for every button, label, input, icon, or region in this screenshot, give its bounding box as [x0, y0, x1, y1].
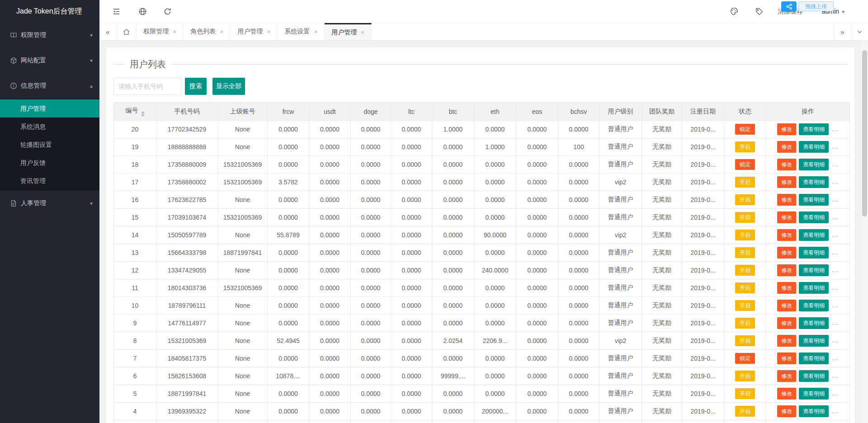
search-button[interactable]: 搜索: [185, 78, 207, 95]
status-badge[interactable]: 开启: [735, 265, 755, 276]
edit-button[interactable]: 修改: [777, 229, 796, 241]
status-badge[interactable]: 开启: [735, 388, 755, 399]
tab[interactable]: 用户管理 ×: [325, 23, 372, 40]
view-detail-button[interactable]: 查看明细: [799, 405, 829, 417]
view-detail-button[interactable]: 查看明细: [799, 159, 829, 170]
sidebar-subitem[interactable]: 用户反馈: [0, 154, 99, 172]
sidebar-item[interactable]: 网站配置 ▾: [0, 48, 99, 73]
close-icon[interactable]: ×: [173, 28, 176, 35]
theme-palette-icon[interactable]: [725, 0, 743, 23]
view-detail-button[interactable]: 查看明细: [799, 194, 829, 206]
column-header: 操作: [766, 103, 850, 121]
cell-eos: 0.0000: [516, 174, 558, 191]
globe-icon[interactable]: [133, 0, 151, 23]
close-icon[interactable]: ×: [361, 29, 364, 36]
edit-button[interactable]: 修改: [777, 247, 796, 258]
column-header: ltc: [391, 103, 432, 121]
sidebar-subitem[interactable]: 用户管理: [0, 99, 99, 118]
edit-button[interactable]: 修改: [777, 405, 796, 417]
status-badge[interactable]: 开启: [735, 335, 755, 346]
cell-level: 普通用户: [599, 262, 642, 279]
status-badge[interactable]: 开启: [735, 318, 755, 329]
edit-button[interactable]: 修改: [777, 388, 796, 400]
close-icon[interactable]: ×: [267, 28, 270, 35]
sort-icon[interactable]: [141, 111, 145, 117]
page-scrollbar[interactable]: [861, 41, 868, 423]
tab[interactable]: 角色列表 ×: [184, 23, 231, 40]
more-actions: ...: [832, 407, 839, 414]
tag-icon[interactable]: [750, 0, 768, 23]
cell-reward: 无奖励: [642, 297, 682, 315]
edit-button[interactable]: 修改: [777, 352, 796, 364]
edit-button[interactable]: 修改: [777, 176, 796, 188]
tab[interactable]: 系统设置 ×: [278, 23, 325, 40]
view-detail-button[interactable]: 查看明细: [799, 229, 829, 241]
show-all-button[interactable]: 显示全部: [212, 78, 245, 95]
view-detail-button[interactable]: 查看明细: [799, 300, 829, 311]
status-badge[interactable]: 开启: [735, 406, 755, 417]
refresh-icon[interactable]: [158, 0, 176, 23]
view-detail-button[interactable]: 查看明细: [799, 141, 829, 153]
status-badge[interactable]: 开启: [735, 247, 755, 258]
sidebar-item[interactable]: 人事管理 ▾: [0, 191, 99, 216]
cell-phone: 15050597789: [156, 226, 218, 244]
view-detail-button[interactable]: 查看明细: [799, 264, 829, 276]
status-badge[interactable]: 开启: [735, 177, 755, 188]
cell-doge: 0.0000: [351, 385, 391, 403]
cell-id: 4: [114, 403, 156, 420]
view-detail-button[interactable]: 查看明细: [799, 317, 829, 329]
close-icon[interactable]: ×: [314, 28, 317, 35]
status-badge[interactable]: 开启: [735, 300, 755, 311]
edit-button[interactable]: 修改: [777, 317, 796, 329]
edit-button[interactable]: 修改: [777, 141, 796, 153]
status-badge[interactable]: 锁定: [735, 159, 755, 170]
edit-button[interactable]: 修改: [777, 300, 796, 311]
phone-search-input[interactable]: [113, 78, 181, 95]
cell-level: 普通用户: [599, 244, 642, 262]
edit-button[interactable]: 修改: [777, 370, 796, 382]
edit-button[interactable]: 修改: [777, 264, 796, 276]
view-detail-button[interactable]: 查看明细: [799, 370, 829, 382]
edit-button[interactable]: 修改: [777, 212, 796, 223]
status-badge[interactable]: 锁定: [735, 124, 755, 135]
sidebar-subitem[interactable]: 资讯管理: [0, 172, 99, 190]
cell-bchsv: 0.0000: [558, 191, 599, 209]
scrollbar-thumb[interactable]: [862, 50, 867, 216]
status-badge[interactable]: 开启: [735, 282, 755, 293]
status-badge[interactable]: 开启: [735, 230, 755, 240]
status-badge[interactable]: 开启: [735, 371, 755, 381]
scroll-tabs-left-icon[interactable]: «: [99, 23, 117, 40]
edit-button[interactable]: 修改: [777, 159, 796, 170]
scroll-tabs-right-icon[interactable]: »: [834, 23, 851, 40]
tab[interactable]: 用户管理 ×: [231, 23, 278, 40]
sidebar-item[interactable]: 信息管理 ▴: [0, 73, 99, 99]
collapse-sidebar-icon[interactable]: [107, 0, 125, 23]
view-detail-button[interactable]: 查看明细: [799, 212, 829, 223]
cell-phone: 15826153608: [156, 367, 218, 385]
cell-frcw: 0.0000: [268, 191, 309, 209]
sidebar-item[interactable]: 权限管理 ▾: [0, 23, 99, 48]
edit-button[interactable]: 修改: [777, 335, 796, 347]
cell-usdt: 0.0000: [309, 367, 351, 385]
status-badge[interactable]: 开启: [735, 194, 755, 205]
view-detail-button[interactable]: 查看明细: [799, 282, 829, 294]
home-tab-icon[interactable]: [117, 23, 137, 40]
status-badge[interactable]: 开启: [735, 212, 755, 223]
cell-date: 2019-0...: [682, 403, 724, 420]
sidebar-subitem[interactable]: 轮播图设置: [0, 136, 99, 154]
sidebar-subitem[interactable]: 系统消息: [0, 118, 99, 136]
view-detail-button[interactable]: 查看明细: [799, 335, 829, 347]
view-detail-button[interactable]: 查看明细: [799, 352, 829, 364]
edit-button[interactable]: 修改: [777, 123, 796, 135]
view-detail-button[interactable]: 查看明细: [799, 176, 829, 188]
status-badge[interactable]: 锁定: [735, 353, 755, 364]
view-detail-button[interactable]: 查看明细: [799, 123, 829, 135]
edit-button[interactable]: 修改: [777, 194, 796, 206]
tab[interactable]: 权限管理 ×: [137, 23, 184, 40]
close-icon[interactable]: ×: [220, 28, 223, 35]
tab-menu-icon[interactable]: [851, 23, 868, 40]
view-detail-button[interactable]: 查看明细: [799, 247, 829, 258]
status-badge[interactable]: 开启: [735, 141, 755, 152]
edit-button[interactable]: 修改: [777, 282, 796, 294]
view-detail-button[interactable]: 查看明细: [799, 388, 829, 400]
